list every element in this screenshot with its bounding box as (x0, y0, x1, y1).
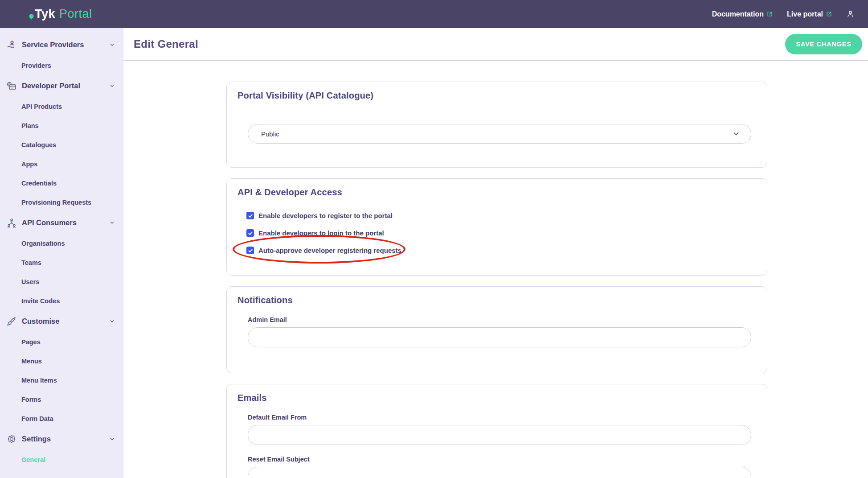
chevron-down-icon (109, 220, 115, 226)
sidebar-item-apps[interactable]: Apps (0, 154, 123, 173)
settings-icon (6, 434, 18, 445)
documentation-link-label: Documentation (712, 10, 764, 18)
sidebar-item-form-data[interactable]: Form Data (0, 409, 123, 428)
reset-email-subject-field-group: Reset Email Subject (248, 456, 756, 478)
sidebar-header-service-providers[interactable]: Service Providers (0, 34, 123, 56)
sidebar-item-general[interactable]: General (0, 450, 123, 469)
field-label: Reset Email Subject (248, 456, 756, 463)
chevron-down-icon (109, 436, 115, 442)
sidebar-header-label: API Consumers (22, 218, 77, 227)
card-title: Emails (237, 393, 756, 403)
api-developer-access-card: API & Developer Access Enable developers… (226, 178, 767, 276)
checkbox-label: Auto-approve developer registering reque… (258, 247, 401, 254)
portal-visibility-select[interactable]: Public (248, 124, 751, 144)
admin-email-field-group: Admin Email (248, 316, 756, 347)
sidebar-header-label: Developer Portal (22, 82, 80, 90)
logo-product: Portal (59, 7, 92, 21)
sidebar-header-label: Customise (22, 317, 59, 326)
card-title: Notifications (237, 295, 756, 305)
checkbox-row-register[interactable]: Enable developers to register to the por… (246, 212, 393, 219)
sidebar-header-api-consumers[interactable]: API Consumers (0, 212, 123, 234)
checkbox-checked[interactable] (246, 247, 254, 254)
service-providers-icon (6, 40, 18, 50)
customise-icon (6, 316, 18, 327)
sidebar-item-api-products[interactable]: API Products (0, 97, 123, 116)
chevron-down-icon (732, 130, 740, 138)
page-header: Edit General SAVE CHANGES (123, 28, 868, 61)
save-changes-button[interactable]: SAVE CHANGES (785, 34, 862, 54)
card-title: Portal Visibility (API Catalogue) (237, 91, 756, 101)
checkbox-row-auto-approve[interactable]: Auto-approve developer registering reque… (246, 247, 401, 254)
sidebar-header-customise[interactable]: Customise (0, 310, 123, 332)
sidebar-header-developer-portal[interactable]: Developer Portal (0, 75, 123, 97)
topbar: Tyk Portal Documentation Live portal (0, 0, 868, 28)
sidebar-item-organisations[interactable]: Organisations (0, 234, 123, 253)
sidebar-item-invite-codes[interactable]: Invite Codes (0, 291, 123, 310)
checkbox-label: Enable developers to register to the por… (258, 212, 393, 219)
sidebar-item-forms[interactable]: Forms (0, 390, 123, 409)
developer-portal-icon (6, 81, 18, 91)
default-email-from-field-group: Default Email From (248, 414, 756, 445)
sidebar-header-label: Service Providers (22, 41, 84, 49)
sidebar-nav: Service Providers Providers Developer Po… (0, 28, 123, 478)
api-consumers-icon (6, 218, 18, 228)
tyk-portal-logo[interactable]: Tyk Portal (29, 7, 92, 21)
logo-brand: Tyk (35, 7, 55, 21)
checkbox-checked[interactable] (246, 212, 254, 219)
field-label: Default Email From (248, 414, 756, 421)
admin-email-input[interactable] (248, 327, 751, 347)
sidebar-item-teams[interactable]: Teams (0, 253, 123, 272)
external-link-icon (826, 11, 832, 17)
checkbox-label: Enable developers to login to the portal (258, 229, 384, 237)
sidebar-item-credentials[interactable]: Credentials (0, 173, 123, 193)
reset-email-subject-input[interactable] (248, 467, 751, 478)
select-value: Public (261, 130, 279, 138)
emails-card: Emails Default Email From Reset Email Su… (226, 384, 767, 478)
sidebar-item-provisioning-requests[interactable]: Provisioning Requests (0, 193, 123, 212)
chevron-down-icon (109, 318, 115, 324)
checkbox-checked[interactable] (246, 229, 254, 237)
chevron-down-icon (109, 42, 115, 48)
sidebar-item-menus[interactable]: Menus (0, 351, 123, 371)
live-portal-link[interactable]: Live portal (787, 10, 832, 18)
checkbox-row-login[interactable]: Enable developers to login to the portal (246, 229, 384, 237)
page-title: Edit General (134, 38, 198, 50)
sidebar-header-label: Settings (22, 435, 51, 443)
card-title: API & Developer Access (237, 187, 756, 198)
sidebar-item-users[interactable]: Users (0, 272, 123, 291)
notifications-card: Notifications Admin Email (226, 286, 767, 373)
sidebar-item-pages[interactable]: Pages (0, 332, 123, 351)
settings-form: Portal Visibility (API Catalogue) Public… (123, 61, 868, 478)
sidebar-item-plans[interactable]: Plans (0, 116, 123, 135)
sidebar-header-settings[interactable]: Settings (0, 428, 123, 450)
live-portal-link-label: Live portal (787, 10, 823, 18)
leaf-icon (28, 13, 34, 19)
default-email-from-input[interactable] (248, 425, 751, 445)
sidebar-item-menu-items[interactable]: Menu Items (0, 371, 123, 390)
sidebar-item-providers[interactable]: Providers (0, 56, 123, 75)
external-link-icon (767, 11, 773, 17)
user-profile-icon[interactable] (846, 10, 855, 18)
chevron-down-icon (109, 83, 115, 89)
portal-visibility-card: Portal Visibility (API Catalogue) Public (226, 82, 767, 168)
field-label: Admin Email (248, 316, 756, 323)
sidebar-item-catalogues[interactable]: Catalogues (0, 135, 123, 154)
documentation-link[interactable]: Documentation (712, 10, 773, 18)
